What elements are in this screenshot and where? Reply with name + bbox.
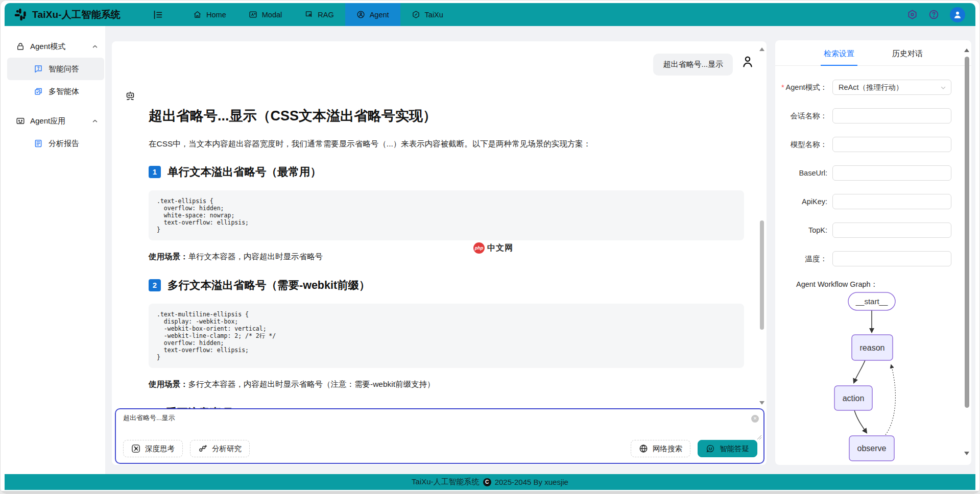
required-mark: * [781,83,784,91]
molecule-icon [198,444,207,453]
navbar-actions [907,7,965,22]
window-bottom-edge [1,491,979,493]
sidebar-group-agent-apps[interactable]: Agent应用 [5,110,105,132]
nav-item-rag[interactable]: RAG [293,3,345,26]
section-number-badge: 1 [149,166,161,178]
nav-item-agent[interactable]: Agent [345,3,400,26]
message-composer: 超出省略号...显示 ✕ 深度思考 分析研究 网络搜索 智能答疑 [115,408,764,464]
edge-reason-action [854,360,865,383]
menu-fold-icon[interactable] [152,9,163,20]
panel-scrollbar[interactable] [964,46,970,465]
usage-text: 单行文本容器，内容超出时显示省略号 [188,252,323,261]
id-card-icon [16,116,25,126]
user-message-row: 超出省略号...显示 [653,54,755,76]
scroll-down-arrow[interactable] [964,452,969,455]
sidebar-item-smart-qa[interactable]: 智能问答 [7,58,104,80]
sidebar-item-label: 分析报告 [49,139,79,149]
usage-label: 使用场景： [149,380,188,388]
sidebar-item-analysis-report[interactable]: 分析报告 [5,132,105,155]
deep-think-label: 深度思考 [145,444,175,454]
scrollbar-thumb[interactable] [965,57,969,408]
tab-history-dialogs[interactable]: 历史对话 [889,49,926,65]
scroll-up-arrow[interactable] [964,48,969,52]
field-label: BaseUrl: [799,169,827,177]
top-k-input[interactable] [832,223,951,238]
field-label: 会话名称： [791,111,828,121]
report-icon [34,139,43,148]
node-start-label: __start__ [855,297,888,306]
php-logo-icon: php [473,242,485,254]
message-input[interactable]: 超出省略号...显示 [123,413,746,436]
avatar-person-icon [952,10,963,20]
chat-scrollbar[interactable] [759,45,765,465]
chevron-up-icon [92,118,98,124]
field-base-url: BaseUrl: [775,165,971,181]
field-api-key: ApiKey: [775,194,971,209]
usage-note-2: 使用场景：多行文本容器，内容超出时显示省略号（注意：需要-webkit前缀支持） [149,379,744,390]
temperature-input[interactable] [832,251,951,266]
chevron-up-icon [92,43,98,50]
settings-form: * Agent模式： ReAct（推理行动） 会话名称： 模型名称： Ba [775,66,971,266]
assistant-message: 超出省略号...显示（CSS文本溢出省略号实现） 在CSS中，当文本内容超出容器… [149,102,744,420]
rag-icon [304,10,313,19]
sidebar-item-label: 智能问答 [49,64,79,74]
api-key-input[interactable] [832,194,951,209]
nav-item-modal[interactable]: Modal [237,3,294,26]
agent-icon [356,10,365,19]
multi-agent-icon [34,87,43,96]
base-url-input[interactable] [832,165,951,181]
nav-item-label: RAG [318,11,333,19]
sidebar-item-multi-agent[interactable]: 多智能体 [5,80,105,103]
research-button[interactable]: 分析研究 [190,440,250,457]
research-label: 分析研究 [212,444,242,454]
panel-tabs: 检索设置 历史对话 [775,40,971,66]
section-number-badge: 2 [149,279,161,291]
agent-mode-select[interactable]: ReAct（推理行动） [832,80,951,95]
field-top-k: TopK: [775,223,971,238]
help-icon[interactable] [928,9,939,20]
composer-toolbar: 深度思考 分析研究 网络搜索 智能答疑 [123,440,757,457]
agent-workflow-graph: __start__ reason action observe [811,289,939,465]
chat-area: 超出省略号...显示 超出省略号...显示（CSS文本溢出省略号实现） 在CSS… [112,41,767,465]
user-avatar[interactable] [950,7,965,22]
assistant-robot-icon [125,90,136,102]
web-search-button[interactable]: 网络搜索 [631,440,690,457]
nav-item-taixu[interactable]: TaiXu [400,3,455,26]
clear-input-icon[interactable]: ✕ [751,415,759,423]
smart-qa-label: 智能答疑 [720,444,749,454]
footer-brand: TaiXu-人工智能系统 [412,477,480,487]
app-body: Agent模式 智能问答 多智能体 Agent应用 分析报告 [5,26,975,474]
workflow-graph-label: Agent Workflow Graph： [775,280,971,289]
settings-icon[interactable] [907,9,918,20]
usage-label: 使用场景： [149,252,188,261]
session-name-input[interactable] [832,108,951,124]
sidebar-item-label: 多智能体 [49,87,79,96]
sidebar-group-agent-mode[interactable]: Agent模式 [5,35,105,58]
globe-icon [639,444,648,453]
user-message-bubble: 超出省略号...显示 [653,54,733,76]
deep-think-button[interactable]: 深度思考 [123,440,183,457]
nav-item-label: TaiXu [425,11,443,19]
app-window: TaiXu-人工智能系统 Home Modal RAG Agent [0,0,980,494]
sidebar-group-label: Agent模式 [30,42,65,52]
edge-observe-reason-dotted [886,365,895,435]
scroll-down-arrow[interactable] [759,401,764,405]
answer-intro: 在CSS中，当文本内容超出容器宽度时，我们通常需要显示省略号（...）来表示内容… [149,139,744,150]
scroll-up-arrow[interactable] [759,47,764,51]
tab-retrieval-settings[interactable]: 检索设置 [821,49,857,66]
model-name-input[interactable] [832,137,951,152]
resize-handle-icon[interactable] [757,435,762,440]
section-1-title: 单行文本溢出省略号（最常用） [168,164,321,179]
copyright-icon: C [483,478,491,486]
user-icon [740,55,755,69]
nav-item-home[interactable]: Home [182,3,237,26]
node-reason-label: reason [860,343,885,352]
home-icon [193,10,202,19]
scrollbar-thumb[interactable] [760,220,764,330]
field-temperature: 温度： [775,251,971,266]
smart-qa-button[interactable]: 智能答疑 [698,440,757,457]
php-cn-watermark: php 中文网 [473,242,513,254]
agent-mode-value: ReAct（推理行动） [839,83,903,92]
chat-question-icon [34,64,43,73]
field-label: 模型名称： [791,140,828,150]
